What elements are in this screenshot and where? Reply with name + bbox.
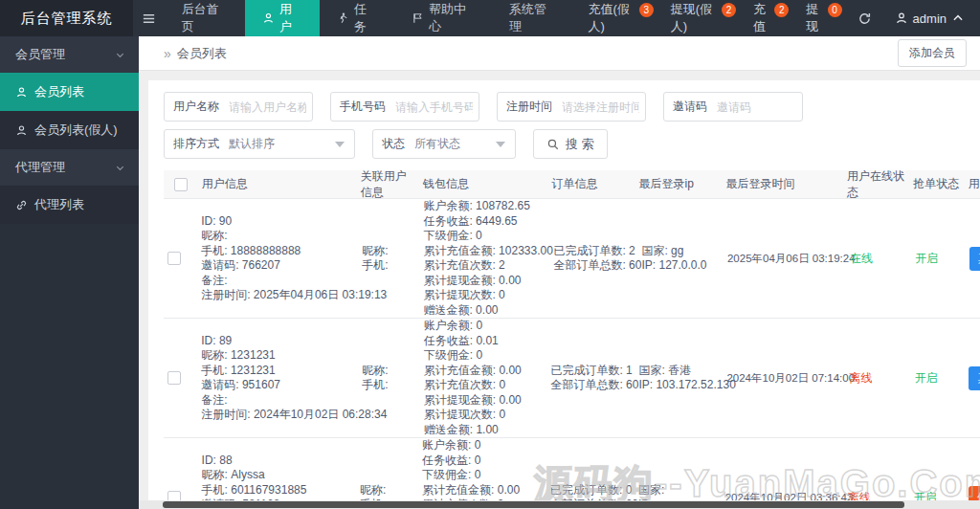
status-select[interactable]: 状态 所有状态 [372,129,516,159]
info-line: 账户余额: 0 [424,319,544,334]
sidebar-item-agent-list[interactable]: 代理列表 [0,186,139,224]
info-line: 昵称: [362,244,415,259]
admin-user-menu[interactable]: admin [885,0,980,36]
wallet-info-cell: 账户余额: 0任务收益: 0.01下级佣金: 0累计充值金额: 0.00累计充值… [420,319,547,437]
info-line: IP: 103.172.52.130 [638,378,719,393]
user-type-button[interactable]: 真人 [969,247,980,271]
info-line: 昵称: [201,229,354,244]
invite-code-input[interactable] [711,100,802,114]
main-content: » 会员列表 添加会员 用户名称 手机号码 注册时间 邀请码 [139,36,980,509]
info-line: 昵称: Alyssa [202,468,352,483]
info-line: IP: 127.0.0.0 [641,258,720,274]
info-line: 已完成订单数: 1 [550,364,631,379]
sidebar: 会员管理 会员列表 会员列表(假人) 代理管理 代理列表 [0,36,139,509]
recharge-fake-shortcut[interactable]: 充值(假人) 3 [572,0,655,36]
breadcrumb: » 会员列表 [164,45,227,62]
row-checkbox[interactable] [167,252,181,265]
phone-input[interactable] [390,100,479,114]
order-info-cell: 已完成订单数: 2全部订单总数: 60 [549,244,637,274]
last-login-cell: 2024年10月02日 07:14:00 [723,371,845,386]
info-line: 全部订单总数: 60 [553,258,634,274]
sidebar-item-member-list-fake[interactable]: 会员列表(假人) [0,111,139,149]
withdraw-badge: 0 [828,3,842,17]
withdraw-shortcut[interactable]: 提现 0 [791,0,843,36]
breadcrumb-bar: » 会员列表 添加会员 [139,36,980,71]
dropdown-caret-icon [335,142,345,147]
info-line: 任务收益: 6449.65 [423,214,546,230]
filter-row-2: 排序方式 默认排序 状态 所有状态 搜 索 [164,129,980,159]
related-info-cell: 昵称:手机: [358,364,419,393]
grab-status: 开启 [915,251,962,267]
sidebar-item-member-list[interactable]: 会员列表 [0,73,139,111]
user-info-cell: ID: 90昵称:手机: 18888888888邀请码: 766207备注:注册… [197,214,358,303]
info-line: 累计充值金额: 0.00 [424,364,544,379]
horizontal-scrollbar-thumb[interactable] [163,501,904,508]
info-line: 赠送金额: 0.00 [423,303,546,319]
info-line: 昵称: [362,364,415,379]
nav-item-help-center[interactable]: 帮助中心 [394,0,492,36]
username-input[interactable] [223,100,312,114]
register-time-input[interactable] [556,100,645,114]
row-checkbox[interactable] [167,371,181,385]
info-line: 手机: [362,258,415,274]
recharge-fake-badge: 3 [639,3,654,17]
select-all-checkbox[interactable] [174,178,188,191]
table-header: 用户信息 关联用户信息 钱包信息 订单信息 最后登录ip 最后登录时间 用户在线… [164,170,980,199]
header-user-info: 用户信息 [198,176,357,192]
info-line: 国家: gg [641,244,720,259]
sidebar-group-member-management[interactable]: 会员管理 [0,36,139,73]
table-body: ID: 90昵称:手机: 18888888888邀请码: 766207备注:注册… [164,199,980,509]
info-line: ID: 88 [202,454,352,469]
status-select-value: 所有状态 [409,136,496,152]
chevron-up-icon [951,11,965,25]
info-line: 累计充值金额: 102333.00 [423,244,546,259]
nav-item-tasks[interactable]: 任务 [320,0,394,36]
withdraw-fake-shortcut[interactable]: 提现(假人) 2 [656,0,738,36]
walking-person-icon [337,11,349,25]
info-line: 累计提现金额: 0.00 [424,393,544,409]
member-list-panel: 用户名称 手机号码 注册时间 邀请码 排序方式 默认排序 [148,80,980,509]
table-row: ID: 89昵称: 1231231手机: 1231231邀请码: 951607备… [164,319,980,438]
info-line: 下级佣金: 0 [422,468,543,483]
horizontal-scrollbar-track[interactable] [139,500,980,509]
nav-item-system[interactable]: 系统管理 [492,0,572,36]
info-line: 累计提现次数: 0 [424,408,544,423]
info-line: 任务收益: 0.01 [424,334,544,349]
recharge-shortcut[interactable]: 充值 2 [738,0,791,36]
info-line: ID: 89 [201,334,354,349]
sort-select-value: 默认排序 [223,136,335,152]
nav-item-users[interactable]: 用户 [245,0,320,36]
sidebar-group-agent-management[interactable]: 代理管理 [0,149,139,186]
info-line: ID: 90 [201,214,354,230]
add-member-button[interactable]: 添加会员 [898,39,967,67]
nav-item-dashboard[interactable]: 后台首页 [165,0,245,36]
last-ip-cell: 国家: ggIP: 127.0.0.0 [637,244,724,274]
sort-select[interactable]: 排序方式 默认排序 [164,129,355,159]
hamburger-menu-icon[interactable] [133,0,165,36]
online-status: 在线 [850,251,907,267]
info-line: 注册时间: 2025年04月06日 03:19:13 [201,288,354,303]
user-type-button[interactable]: 真人 [969,366,980,390]
filter-row-1: 用户名称 手机号码 注册时间 邀请码 [164,92,980,122]
refresh-icon[interactable] [844,0,885,36]
app-logo: 后台管理系统 [0,0,133,36]
user-icon [15,86,28,99]
info-line: 手机: 601167931885 [202,483,352,498]
info-line: 手机: 18888888888 [201,244,354,259]
info-line: 昵称: 1231231 [201,348,354,364]
info-line: 手机: [362,378,415,393]
last-ip-cell: 国家: 香港IP: 103.172.52.130 [635,364,723,393]
info-line: 下级佣金: 0 [423,229,546,244]
info-line: 手机: 1231231 [201,364,354,379]
info-line: 昵称: [360,483,414,498]
phone-filter: 手机号码 [330,92,479,122]
search-button[interactable]: 搜 索 [533,129,608,159]
invite-code-filter: 邀请码 [663,92,803,122]
header-grab-state: 抢单状态 [909,176,964,192]
register-time-filter: 注册时间 [497,92,646,122]
order-info-cell: 已完成订单数: 1全部订单总数: 60 [546,364,635,393]
info-line: 累计充值次数: 0 [424,378,544,393]
withdraw-fake-badge: 2 [722,3,736,17]
wallet-info-cell: 账户余额: 108782.65任务收益: 6449.65下级佣金: 0累计充值金… [419,199,549,318]
table-row: ID: 88昵称: Alyssa手机: 601167931885邀请码: 581… [164,438,980,509]
